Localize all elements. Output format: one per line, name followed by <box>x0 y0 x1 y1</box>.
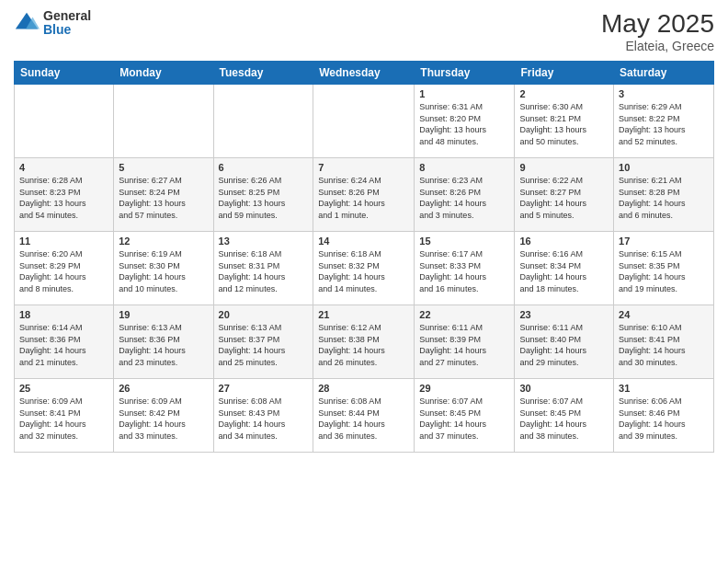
calendar-cell: 23Sunrise: 6:11 AM Sunset: 8:40 PM Dayli… <box>515 305 614 379</box>
calendar-cell: 14Sunrise: 6:18 AM Sunset: 8:32 PM Dayli… <box>313 232 415 305</box>
day-number: 9 <box>519 162 609 173</box>
calendar-cell: 11Sunrise: 6:20 AM Sunset: 8:29 PM Dayli… <box>15 232 114 305</box>
calendar-cell: 31Sunrise: 6:06 AM Sunset: 8:46 PM Dayli… <box>614 379 714 453</box>
day-number: 18 <box>19 309 108 320</box>
day-info: Sunrise: 6:09 AM Sunset: 8:41 PM Dayligh… <box>19 396 108 442</box>
day-info: Sunrise: 6:17 AM Sunset: 8:33 PM Dayligh… <box>419 248 509 294</box>
day-number: 28 <box>318 383 409 394</box>
day-info: Sunrise: 6:09 AM Sunset: 8:42 PM Dayligh… <box>119 396 208 442</box>
calendar-cell: 25Sunrise: 6:09 AM Sunset: 8:41 PM Dayli… <box>15 379 114 453</box>
day-number: 25 <box>19 383 108 394</box>
day-number: 1 <box>419 88 509 99</box>
calendar-cell: 6Sunrise: 6:26 AM Sunset: 8:25 PM Daylig… <box>213 158 313 232</box>
calendar-cell: 16Sunrise: 6:16 AM Sunset: 8:34 PM Dayli… <box>515 232 614 305</box>
month-year: May 2025 <box>601 9 714 39</box>
calendar-table: SundayMondayTuesdayWednesdayThursdayFrid… <box>14 61 714 453</box>
day-number: 2 <box>519 88 609 99</box>
day-number: 15 <box>419 236 509 247</box>
day-info: Sunrise: 6:13 AM Sunset: 8:36 PM Dayligh… <box>119 322 208 368</box>
day-number: 12 <box>119 236 208 247</box>
calendar-cell: 5Sunrise: 6:27 AM Sunset: 8:24 PM Daylig… <box>114 158 213 232</box>
day-info: Sunrise: 6:07 AM Sunset: 8:45 PM Dayligh… <box>419 396 509 442</box>
calendar-cell: 3Sunrise: 6:29 AM Sunset: 8:22 PM Daylig… <box>614 85 714 158</box>
day-number: 11 <box>19 236 108 247</box>
calendar-week-row: 4Sunrise: 6:28 AM Sunset: 8:23 PM Daylig… <box>15 158 714 232</box>
day-number: 5 <box>119 162 208 173</box>
calendar-cell: 4Sunrise: 6:28 AM Sunset: 8:23 PM Daylig… <box>15 158 114 232</box>
calendar-cell <box>15 85 114 158</box>
day-header-sunday: Sunday <box>15 62 114 85</box>
calendar-cell: 30Sunrise: 6:07 AM Sunset: 8:45 PM Dayli… <box>515 379 614 453</box>
day-number: 6 <box>219 162 309 173</box>
day-header-saturday: Saturday <box>614 62 714 85</box>
calendar-cell: 2Sunrise: 6:30 AM Sunset: 8:21 PM Daylig… <box>515 85 614 158</box>
day-number: 23 <box>519 309 609 320</box>
calendar-cell <box>114 85 213 158</box>
calendar-cell: 24Sunrise: 6:10 AM Sunset: 8:41 PM Dayli… <box>614 305 714 379</box>
calendar-cell: 12Sunrise: 6:19 AM Sunset: 8:30 PM Dayli… <box>114 232 213 305</box>
day-info: Sunrise: 6:12 AM Sunset: 8:38 PM Dayligh… <box>318 322 409 368</box>
calendar-cell: 29Sunrise: 6:07 AM Sunset: 8:45 PM Dayli… <box>415 379 515 453</box>
day-info: Sunrise: 6:18 AM Sunset: 8:31 PM Dayligh… <box>219 248 309 294</box>
day-number: 30 <box>519 383 609 394</box>
day-number: 26 <box>119 383 208 394</box>
calendar-cell <box>213 85 313 158</box>
day-number: 10 <box>619 162 709 173</box>
calendar-cell: 22Sunrise: 6:11 AM Sunset: 8:39 PM Dayli… <box>415 305 515 379</box>
logo-general-text: General <box>43 9 91 23</box>
calendar-cell: 27Sunrise: 6:08 AM Sunset: 8:43 PM Dayli… <box>213 379 313 453</box>
day-info: Sunrise: 6:26 AM Sunset: 8:25 PM Dayligh… <box>219 175 309 221</box>
day-number: 17 <box>619 236 709 247</box>
day-number: 13 <box>219 236 309 247</box>
day-header-tuesday: Tuesday <box>213 62 313 85</box>
calendar-week-row: 11Sunrise: 6:20 AM Sunset: 8:29 PM Dayli… <box>15 232 714 305</box>
day-info: Sunrise: 6:19 AM Sunset: 8:30 PM Dayligh… <box>119 248 208 294</box>
calendar-cell: 8Sunrise: 6:23 AM Sunset: 8:26 PM Daylig… <box>415 158 515 232</box>
day-header-monday: Monday <box>114 62 213 85</box>
day-header-wednesday: Wednesday <box>313 62 415 85</box>
calendar-cell: 28Sunrise: 6:08 AM Sunset: 8:44 PM Dayli… <box>313 379 415 453</box>
day-info: Sunrise: 6:10 AM Sunset: 8:41 PM Dayligh… <box>619 322 709 368</box>
day-number: 21 <box>318 309 409 320</box>
day-info: Sunrise: 6:23 AM Sunset: 8:26 PM Dayligh… <box>419 175 509 221</box>
day-info: Sunrise: 6:07 AM Sunset: 8:45 PM Dayligh… <box>519 396 609 442</box>
calendar-cell: 15Sunrise: 6:17 AM Sunset: 8:33 PM Dayli… <box>415 232 515 305</box>
day-number: 20 <box>219 309 309 320</box>
day-info: Sunrise: 6:24 AM Sunset: 8:26 PM Dayligh… <box>318 175 409 221</box>
day-info: Sunrise: 6:13 AM Sunset: 8:37 PM Dayligh… <box>219 322 309 368</box>
calendar-cell: 1Sunrise: 6:31 AM Sunset: 8:20 PM Daylig… <box>415 85 515 158</box>
day-info: Sunrise: 6:30 AM Sunset: 8:21 PM Dayligh… <box>519 101 609 147</box>
title-block: May 2025 Elateia, Greece <box>601 9 714 53</box>
day-number: 4 <box>19 162 108 173</box>
day-info: Sunrise: 6:31 AM Sunset: 8:20 PM Dayligh… <box>419 101 509 147</box>
day-info: Sunrise: 6:15 AM Sunset: 8:35 PM Dayligh… <box>619 248 709 294</box>
logo-blue-text: Blue <box>43 23 91 37</box>
calendar-header-row: SundayMondayTuesdayWednesdayThursdayFrid… <box>15 62 714 85</box>
day-number: 8 <box>419 162 509 173</box>
day-header-thursday: Thursday <box>415 62 515 85</box>
day-number: 27 <box>219 383 309 394</box>
day-number: 7 <box>318 162 409 173</box>
calendar-cell <box>313 85 415 158</box>
logo-text: General Blue <box>43 9 91 38</box>
day-info: Sunrise: 6:29 AM Sunset: 8:22 PM Dayligh… <box>619 101 709 147</box>
day-number: 3 <box>619 88 709 99</box>
location: Elateia, Greece <box>601 39 714 53</box>
day-info: Sunrise: 6:11 AM Sunset: 8:39 PM Dayligh… <box>419 322 509 368</box>
calendar-cell: 18Sunrise: 6:14 AM Sunset: 8:36 PM Dayli… <box>15 305 114 379</box>
calendar-cell: 20Sunrise: 6:13 AM Sunset: 8:37 PM Dayli… <box>213 305 313 379</box>
header: General Blue May 2025 Elateia, Greece <box>14 9 714 53</box>
day-number: 22 <box>419 309 509 320</box>
calendar-week-row: 1Sunrise: 6:31 AM Sunset: 8:20 PM Daylig… <box>15 85 714 158</box>
day-info: Sunrise: 6:22 AM Sunset: 8:27 PM Dayligh… <box>519 175 609 221</box>
calendar-cell: 10Sunrise: 6:21 AM Sunset: 8:28 PM Dayli… <box>614 158 714 232</box>
calendar-cell: 7Sunrise: 6:24 AM Sunset: 8:26 PM Daylig… <box>313 158 415 232</box>
day-info: Sunrise: 6:27 AM Sunset: 8:24 PM Dayligh… <box>119 175 208 221</box>
calendar-week-row: 18Sunrise: 6:14 AM Sunset: 8:36 PM Dayli… <box>15 305 714 379</box>
calendar-cell: 19Sunrise: 6:13 AM Sunset: 8:36 PM Dayli… <box>114 305 213 379</box>
day-info: Sunrise: 6:18 AM Sunset: 8:32 PM Dayligh… <box>318 248 409 294</box>
logo: General Blue <box>14 9 91 38</box>
calendar-cell: 9Sunrise: 6:22 AM Sunset: 8:27 PM Daylig… <box>515 158 614 232</box>
calendar-week-row: 25Sunrise: 6:09 AM Sunset: 8:41 PM Dayli… <box>15 379 714 453</box>
day-number: 31 <box>619 383 709 394</box>
